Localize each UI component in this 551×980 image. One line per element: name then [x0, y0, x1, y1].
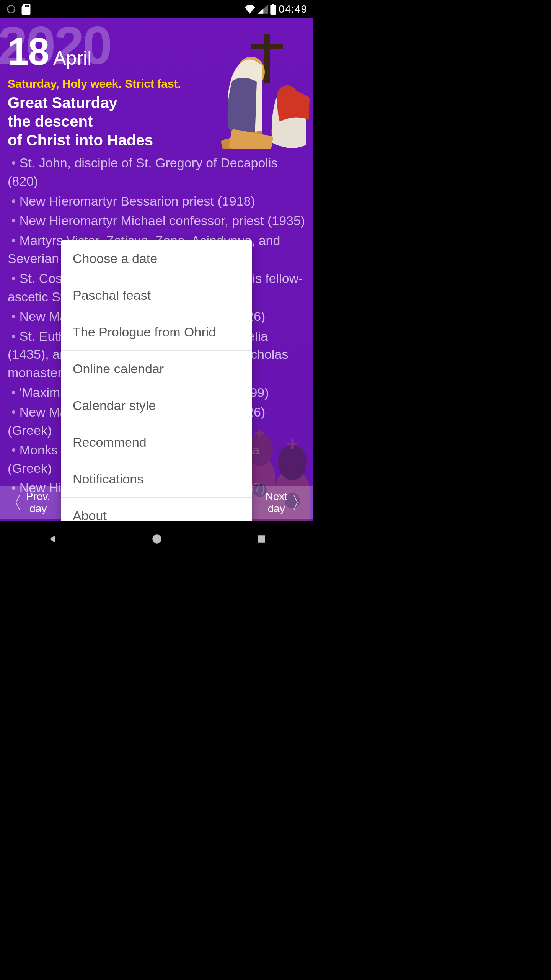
list-item: • St. John, disciple of St. Gregory of D… [8, 154, 306, 190]
battery-icon [270, 4, 276, 15]
feast-title: Great Saturday the descent of Christ int… [8, 93, 306, 149]
back-button[interactable] [45, 532, 60, 546]
header: 18 April Saturday, Holy week. Strict fas… [0, 18, 313, 149]
feast-title-line: of Christ into Hades [8, 131, 306, 150]
list-item: • New Hieromartyr Bessarion priest (1918… [8, 192, 306, 211]
system-nav-bar [0, 521, 313, 557]
menu-item-choose-date[interactable]: Choose a date [61, 240, 252, 277]
status-time: 04:49 [279, 3, 307, 15]
feast-title-line: Great Saturday [8, 93, 306, 112]
prev-day-button[interactable]: 〈 Prev. day [0, 486, 65, 519]
spinner-icon [6, 4, 16, 14]
status-bar: 04:49 [0, 0, 313, 18]
home-button[interactable] [150, 532, 164, 546]
status-right: 04:49 [244, 3, 307, 15]
menu-item-recommend[interactable]: Recommend [61, 424, 252, 461]
menu-item-paschal-feast[interactable]: Paschal feast [61, 277, 252, 314]
chevron-right-icon: 〉 [291, 493, 309, 513]
day-number: 18 [8, 32, 49, 70]
prev-day-label: Prev. day [26, 490, 50, 515]
day-description: Saturday, Holy week. Strict fast. [8, 77, 306, 90]
wifi-icon [244, 5, 256, 14]
menu-item-prologue[interactable]: The Prologue from Ohrid [61, 314, 252, 351]
sd-card-icon [21, 4, 31, 15]
options-menu: Choose a date Paschal feast The Prologue… [61, 240, 252, 521]
recents-button[interactable] [254, 532, 269, 546]
month-label: April [53, 47, 91, 69]
signal-icon [258, 5, 268, 14]
menu-item-calendar-style[interactable]: Calendar style [61, 387, 252, 424]
svg-rect-16 [258, 535, 265, 543]
menu-item-about[interactable]: About [61, 498, 252, 521]
status-left [6, 4, 31, 15]
feast-title-line: the descent [8, 112, 306, 131]
svg-point-15 [152, 534, 161, 543]
date-row: 18 April [8, 32, 306, 70]
list-item: • New Hieromartyr Michael confessor, pri… [8, 212, 306, 230]
next-day-label: Next day [265, 490, 287, 515]
next-day-button[interactable]: Next day 〉 [248, 486, 313, 519]
chevron-left-icon: 〈 [5, 493, 22, 513]
menu-item-notifications[interactable]: Notifications [61, 461, 252, 498]
menu-item-online-calendar[interactable]: Online calendar [61, 351, 252, 387]
app-viewport: 2020 18 April Saturday, Holy week. Stric… [0, 18, 313, 521]
